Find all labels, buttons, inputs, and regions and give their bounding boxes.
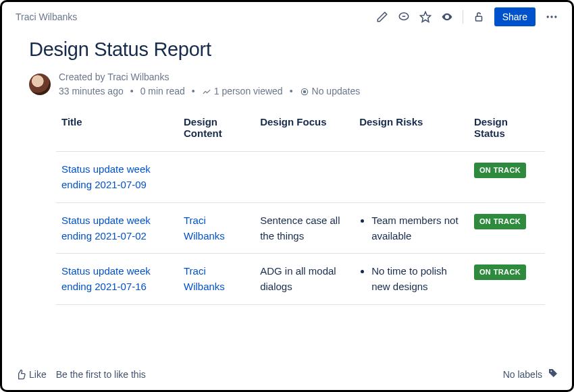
label-icon[interactable]	[548, 368, 558, 381]
no-labels-text: No labels	[503, 369, 542, 380]
table-row: Status update week ending 2021-07-09ON T…	[56, 152, 545, 203]
col-header-status: Design Status	[469, 109, 545, 152]
row-design-focus: ADG in all modal dialogs	[255, 254, 354, 305]
row-design-risks: Team members not available	[354, 202, 469, 254]
breadcrumb[interactable]: Traci Wilbanks	[16, 11, 77, 22]
toolbar-separator	[463, 10, 463, 24]
page-meta: Created by Traci Wilbanks 33 minutes ago…	[2, 67, 572, 109]
created-by-prefix: Created by	[59, 72, 107, 82]
page-title: Design Status Report	[2, 26, 572, 67]
page-age: 33 minutes ago	[59, 84, 124, 99]
toolbar: Share	[376, 7, 558, 26]
table-row: Status update week ending 2021-07-16Trac…	[56, 254, 545, 305]
comment-icon[interactable]	[398, 11, 410, 23]
status-table: Title Design Content Design Focus Design…	[56, 109, 545, 305]
col-header-content: Design Content	[178, 109, 255, 152]
watch-icon[interactable]	[441, 11, 453, 23]
svg-rect-3	[475, 16, 481, 21]
like-button[interactable]: Like	[16, 369, 47, 380]
created-by-name[interactable]: Traci Wilbanks	[107, 72, 169, 82]
risk-item: No time to polish new designs	[371, 263, 461, 295]
row-design-status: ON TRACK	[469, 152, 545, 203]
meta-separator	[129, 84, 135, 99]
row-design-status: ON TRACK	[469, 254, 545, 305]
row-design-focus: Sentence case all the things	[255, 202, 354, 254]
col-header-focus: Design Focus	[255, 109, 354, 152]
row-design-status: ON TRACK	[469, 202, 545, 254]
col-header-title: Title	[56, 109, 178, 152]
svg-point-5	[550, 16, 552, 18]
svg-point-8	[303, 90, 306, 93]
row-design-risks	[354, 152, 469, 203]
status-badge: ON TRACK	[474, 214, 526, 229]
views-count[interactable]: 1 person viewed	[202, 84, 283, 99]
svg-point-6	[554, 16, 556, 18]
updates-indicator[interactable]: No updates	[300, 84, 361, 99]
like-hint: Be the first to like this	[56, 369, 146, 380]
row-title-link[interactable]: Status update week ending 2021-07-09	[61, 163, 151, 190]
row-design-focus	[255, 152, 354, 203]
status-badge: ON TRACK	[474, 264, 526, 280]
row-design-content[interactable]: Traci Wilbanks	[178, 202, 255, 254]
row-title-link[interactable]: Status update week ending 2021-07-16	[61, 265, 151, 292]
svg-point-9	[550, 370, 552, 372]
meta-separator	[190, 84, 197, 99]
share-button[interactable]: Share	[494, 7, 536, 26]
status-badge: ON TRACK	[474, 163, 526, 178]
more-actions-icon[interactable]	[545, 10, 558, 24]
row-title-link[interactable]: Status update week ending 2021-07-02	[61, 215, 151, 242]
risk-item: Team members not available	[371, 213, 461, 244]
svg-point-4	[547, 16, 549, 18]
row-design-content	[178, 152, 255, 203]
meta-separator	[288, 84, 294, 99]
row-design-content[interactable]: Traci Wilbanks	[178, 254, 255, 305]
row-design-risks: No time to polish new designs	[354, 254, 469, 305]
svg-point-2	[446, 16, 448, 18]
svg-marker-1	[420, 12, 430, 22]
restrictions-icon[interactable]	[473, 11, 485, 23]
like-label: Like	[29, 369, 47, 380]
edit-icon[interactable]	[376, 11, 388, 23]
table-row: Status update week ending 2021-07-02Trac…	[56, 202, 545, 254]
star-icon[interactable]	[419, 11, 432, 23]
author-avatar[interactable]	[29, 74, 51, 95]
read-time: 0 min read	[140, 84, 185, 99]
col-header-risks: Design Risks	[354, 109, 469, 152]
